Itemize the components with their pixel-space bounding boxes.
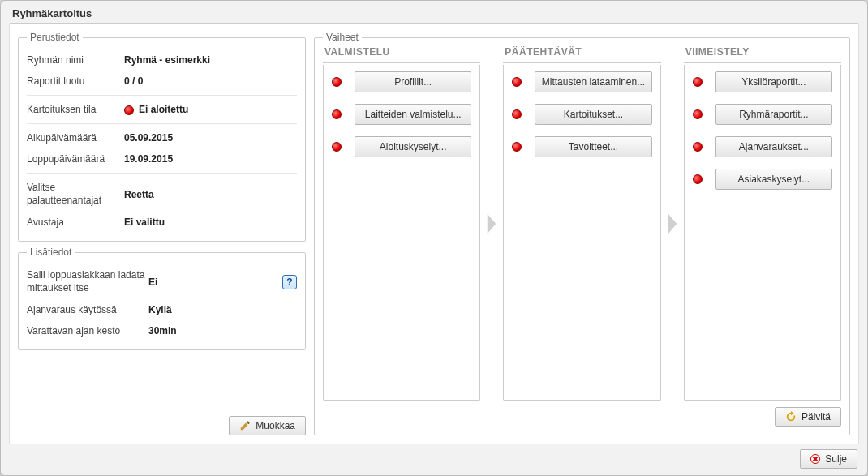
phase-prep-title: VALMISTELU: [323, 46, 480, 63]
status-dot-icon: [693, 174, 703, 184]
content: Perustiedot Ryhmän nimi Ryhmä - esimerkk…: [9, 23, 859, 444]
refresh-button-label: Päivitä: [801, 411, 831, 422]
task-row: Kartoitukset...: [512, 104, 651, 125]
row-allow-self-upload: Salli loppuasiakkaan ladata mittaukset i…: [27, 264, 297, 299]
phases-legend: Vaiheet: [323, 32, 362, 43]
edit-button[interactable]: Muokkaa: [229, 416, 306, 435]
booking-enabled-value: Kyllä: [148, 304, 297, 315]
phase-final: VIIMEISTELY Yksilöraportit... Ryhmärapor…: [684, 46, 841, 401]
status-value: Ei aloitettu: [139, 104, 188, 115]
task-row: Yksilöraportit...: [693, 71, 832, 92]
task-row: Asiakaskyselyt...: [693, 169, 832, 190]
phase-final-body: Yksilöraportit... Ryhmäraportit... Ajanv…: [684, 65, 841, 401]
reports-created-value: 0 / 0: [124, 75, 297, 87]
status-dot-icon: [332, 77, 342, 87]
row-reports-created: Raportit luotu 0 / 0: [27, 71, 297, 92]
booking-duration-value: 30min: [148, 325, 297, 337]
status-dot-icon: [512, 77, 522, 87]
row-group-name: Ryhmän nimi Ryhmä - esimerkki: [27, 49, 297, 71]
allow-self-upload-label: Salli loppuasiakkaan ladata mittaukset i…: [27, 269, 148, 294]
phase-main: PÄÄTEHTÄVÄT Mittausten lataaminen... Kar…: [503, 46, 660, 401]
phase-main-body: Mittausten lataaminen... Kartoitukset...…: [503, 65, 660, 401]
task-row: Ryhmäraportit...: [693, 104, 832, 125]
goals-button[interactable]: Tavoitteet...: [535, 136, 651, 157]
task-row: Mittausten lataaminen...: [512, 71, 651, 92]
group-name-value: Ryhmä - esimerkki: [124, 54, 297, 66]
row-assistant: Avustaja Ei valittu: [27, 212, 297, 233]
row-booking-duration: Varattavan ajan kesto 30min: [27, 320, 297, 341]
task-row: Laitteiden valmistelu...: [332, 104, 471, 125]
reports-created-label: Raportit luotu: [27, 75, 124, 87]
row-booking-enabled: Ajanvaraus käytössä Kyllä: [27, 299, 297, 320]
status-dot-icon: [512, 142, 522, 152]
left-footer: Muokkaa: [18, 416, 306, 435]
status-dot-icon: [693, 77, 703, 87]
end-date-label: Loppupäivämäärä: [27, 153, 124, 165]
row-feedback-givers: Valitse palautteenantajat Reetta: [27, 173, 297, 212]
status-dot-icon: [332, 109, 342, 119]
status-dot-icon: [693, 142, 703, 152]
group-name-label: Ryhmän nimi: [27, 54, 124, 66]
phase-final-title: VIIMEISTELY: [684, 46, 841, 63]
row-end-date: Loppupäivämäärä 19.09.2015: [27, 148, 297, 169]
assistant-value: Ei valittu: [124, 217, 297, 228]
phases-group: Vaiheet VALMISTELU Profiilit... Laitteid…: [314, 32, 850, 435]
status-value-wrap: Ei aloitettu: [124, 104, 297, 115]
group-reports-button[interactable]: Ryhmäraportit...: [715, 104, 832, 125]
task-row: Profiilit...: [332, 71, 471, 92]
start-date-value: 05.09.2015: [124, 132, 297, 144]
booking-duration-label: Varattavan ajan kesto: [27, 325, 148, 337]
phase-main-title: PÄÄTEHTÄVÄT: [503, 46, 660, 63]
feedback-givers-value: Reetta: [124, 189, 297, 200]
status-label: Kartoituksen tila: [27, 104, 124, 115]
allow-self-upload-value: Ei: [148, 277, 282, 288]
arrow-icon: [483, 46, 500, 401]
surveys-button[interactable]: Kartoitukset...: [535, 104, 651, 125]
edit-button-label: Muokkaa: [256, 420, 295, 431]
help-icon[interactable]: ?: [282, 275, 297, 289]
right-footer: Päivitä: [323, 401, 841, 427]
task-row: Ajanvaraukset...: [693, 136, 832, 157]
status-dot-icon: [693, 109, 703, 119]
row-start-date: Alkupäivämäärä 05.09.2015: [27, 123, 297, 148]
refresh-icon: [785, 411, 797, 422]
assistant-label: Avustaja: [27, 217, 124, 228]
extra-legend: Lisätiedot: [27, 247, 75, 258]
start-surveys-button[interactable]: Aloituskyselyt...: [355, 136, 471, 157]
end-date-value: 19.09.2015: [124, 153, 297, 165]
edit-icon: [239, 420, 251, 431]
close-button[interactable]: Sulje: [800, 449, 857, 469]
close-button-label: Sulje: [825, 453, 847, 465]
task-row: Tavoitteet...: [512, 136, 651, 157]
bookings-button[interactable]: Ajanvaraukset...: [715, 136, 832, 157]
phase-prep-body: Profiilit... Laitteiden valmistelu... Al…: [323, 65, 480, 401]
status-dot-icon: [124, 105, 134, 115]
basics-group: Perustiedot Ryhmän nimi Ryhmä - esimerkk…: [18, 32, 306, 242]
right-column: Vaiheet VALMISTELU Profiilit... Laitteid…: [314, 32, 850, 435]
close-icon: [810, 454, 820, 464]
device-prep-button[interactable]: Laitteiden valmistelu...: [355, 104, 471, 125]
window-title: Ryhmäkartoitus: [1, 1, 867, 23]
left-column: Perustiedot Ryhmän nimi Ryhmä - esimerkk…: [18, 32, 306, 435]
refresh-button[interactable]: Päivitä: [775, 407, 841, 427]
start-date-label: Alkupäivämäärä: [27, 132, 124, 144]
phases-inner: VALMISTELU Profiilit... Laitteiden valmi…: [323, 46, 841, 401]
bottombar: Sulje: [1, 449, 867, 475]
status-dot-icon: [332, 142, 342, 152]
status-dot-icon: [512, 109, 522, 119]
extra-group: Lisätiedot Salli loppuasiakkaan ladata m…: [18, 247, 306, 350]
row-status: Kartoituksen tila Ei aloitettu: [27, 95, 297, 120]
individual-reports-button[interactable]: Yksilöraportit...: [715, 71, 832, 92]
profiles-button[interactable]: Profiilit...: [355, 71, 471, 92]
customer-surveys-button[interactable]: Asiakaskyselyt...: [715, 169, 832, 190]
task-row: Aloituskyselyt...: [332, 136, 471, 157]
basics-legend: Perustiedot: [27, 32, 83, 43]
phase-prep: VALMISTELU Profiilit... Laitteiden valmi…: [323, 46, 480, 401]
arrow-icon: [664, 46, 681, 401]
window: Ryhmäkartoitus Perustiedot Ryhmän nimi R…: [0, 0, 868, 476]
booking-enabled-label: Ajanvaraus käytössä: [27, 304, 148, 315]
feedback-givers-label: Valitse palautteenantajat: [27, 182, 124, 207]
upload-measurements-button[interactable]: Mittausten lataaminen...: [535, 71, 651, 92]
